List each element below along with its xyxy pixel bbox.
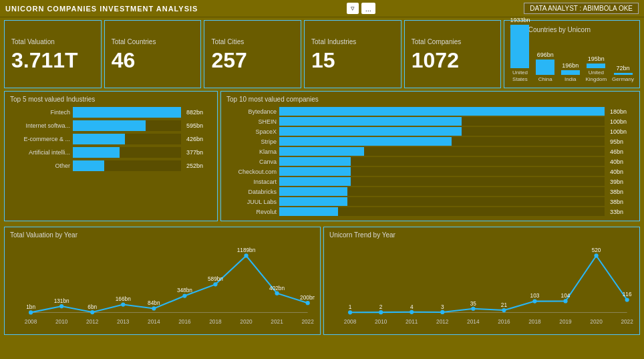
- industry-name: Artificial intelli...: [10, 149, 70, 156]
- svg-point-35: [379, 310, 383, 314]
- kpi-total-valuation-value: 3.711T: [11, 49, 94, 71]
- kpi-total-cities: Total Cities 257: [204, 20, 301, 88]
- industry-bar-track: [73, 160, 181, 171]
- svg-point-1: [29, 310, 33, 314]
- industry-value: 595bn: [186, 122, 212, 129]
- bar-value-label: 72bn: [617, 65, 630, 72]
- company-name: Klarna: [226, 148, 277, 155]
- unicorn-chart-title: Unicorn Trend by Year: [329, 231, 634, 239]
- more-button[interactable]: ...: [361, 3, 375, 14]
- industry-bar-track: [73, 134, 181, 144]
- bar-value-label: 196bn: [562, 62, 579, 69]
- svg-text:84bn: 84bn: [148, 300, 160, 306]
- company-bar-track: [279, 207, 605, 216]
- bar-value-label: 195bn: [588, 55, 605, 62]
- bar-rect: [587, 64, 605, 68]
- company-value: 46bn: [610, 148, 634, 155]
- svg-point-38: [410, 310, 414, 314]
- company-value: 100bn: [610, 128, 634, 135]
- top5-bar-group: 195bnUnited Kingdom: [585, 55, 607, 82]
- svg-point-47: [502, 308, 506, 312]
- svg-point-25: [275, 291, 279, 295]
- industry-value: 882bn: [186, 109, 212, 116]
- industry-value: 252bn: [186, 162, 212, 169]
- company-value: 100bn: [610, 118, 634, 125]
- company-bar-track: [279, 127, 605, 136]
- svg-text:520: 520: [592, 247, 601, 253]
- company-name: Instacart: [226, 178, 277, 185]
- kpi-total-countries-label: Total Countries: [112, 38, 194, 45]
- svg-text:2014: 2014: [148, 318, 160, 325]
- industry-bars: Fintech882bnInternet softwa...595bnE-com…: [10, 107, 212, 171]
- svg-point-59: [625, 297, 629, 302]
- kpi-total-companies: Total Companies 1072: [404, 20, 502, 88]
- svg-point-53: [563, 299, 567, 303]
- company-name: JUUL Labs: [226, 199, 277, 205]
- company-bar-track: [279, 187, 605, 196]
- svg-text:1bn: 1bn: [26, 304, 35, 310]
- company-bar-track: [279, 137, 605, 146]
- company-bar-row: Klarna46bn: [226, 147, 634, 156]
- svg-text:21: 21: [501, 302, 508, 308]
- unicorn-chart-panel: Unicorn Trend by Year 120082201042011320…: [323, 227, 640, 335]
- industry-bar-fill: [73, 160, 104, 171]
- kpi-total-valuation: Total Valuation 3.711T: [4, 20, 102, 88]
- company-bar-row: Revolut33bn: [226, 207, 634, 216]
- company-bar-fill: [279, 107, 605, 116]
- unicorn-svg: 1200822010420113201235201421201610320181…: [329, 241, 634, 328]
- svg-text:2010: 2010: [55, 318, 68, 325]
- company-name: Databricks: [226, 189, 277, 195]
- industry-bar-row: Artificial intelli...377bn: [10, 147, 212, 158]
- company-name: Revolut: [226, 209, 277, 215]
- company-bar-row: Checkout.com40bn: [226, 167, 634, 176]
- svg-text:2018: 2018: [209, 318, 222, 325]
- svg-text:2: 2: [379, 304, 383, 310]
- filter-button[interactable]: ▿: [347, 3, 359, 14]
- header: UNICORN COMPANIES INVESTMENT ANALYSIS ▿ …: [0, 0, 644, 17]
- industry-bar-fill: [73, 134, 125, 144]
- company-bar-row: JUUL Labs38bn: [226, 197, 634, 206]
- company-bar-fill: [279, 117, 462, 126]
- bottom-row: Total Valuation by Year 1bn2008131bn2010…: [0, 224, 644, 338]
- kpi-total-industries-value: 15: [311, 49, 394, 71]
- industry-value: 377bn: [186, 149, 212, 156]
- industry-bar-row: Internet softwa...595bn: [10, 120, 212, 131]
- svg-point-28: [306, 301, 310, 305]
- svg-text:2012: 2012: [86, 318, 99, 325]
- company-bar-fill: [279, 137, 452, 146]
- industry-bar-row: E-commerce & ...426bn: [10, 134, 212, 144]
- bar-country-label: United States: [510, 70, 530, 82]
- svg-point-13: [152, 306, 156, 310]
- svg-text:6bn: 6bn: [88, 304, 97, 310]
- svg-point-16: [182, 293, 186, 297]
- analyst-label: DATA ANALYST : ABIMBOLA OKE: [524, 3, 639, 14]
- header-controls: ▿ ...: [347, 3, 375, 14]
- industry-bar-track: [73, 120, 181, 131]
- top5-bar-group: 696bnChina: [535, 51, 555, 83]
- kpi-top5-countries: Top 5 Countries by Unicorn 1933bnUnited …: [504, 20, 640, 88]
- kpi-total-industries-label: Total Industries: [311, 38, 394, 45]
- svg-point-56: [594, 253, 598, 257]
- svg-text:2008: 2008: [344, 318, 357, 325]
- svg-text:2010: 2010: [375, 318, 387, 325]
- bar-rect: [561, 70, 580, 75]
- company-bar-row: Databricks38bn: [226, 187, 634, 196]
- industry-bar-track: [73, 147, 181, 158]
- bar-value-label: 696bn: [537, 51, 554, 58]
- company-bar-fill: [279, 207, 338, 216]
- company-value: 180bn: [610, 108, 634, 115]
- dashboard: UNICORN COMPANIES INVESTMENT ANALYSIS ▿ …: [0, 0, 644, 359]
- kpi-total-countries: Total Countries 46: [104, 20, 202, 88]
- svg-text:348bn: 348bn: [177, 287, 192, 293]
- svg-point-19: [213, 282, 217, 286]
- company-bar-row: Stripe95bn: [226, 137, 634, 146]
- company-bar-fill: [279, 157, 351, 166]
- kpi-total-companies-label: Total Companies: [412, 38, 494, 45]
- kpi-total-cities-label: Total Cities: [211, 38, 294, 45]
- svg-text:2022: 2022: [301, 318, 314, 325]
- svg-text:2022: 2022: [621, 318, 633, 325]
- company-bar-row: Canva40bn: [226, 157, 634, 166]
- main-row: Top 5 most valued Industries Fintech882b…: [0, 91, 644, 221]
- industry-name: Internet softwa...: [10, 122, 70, 129]
- svg-text:3: 3: [441, 304, 444, 310]
